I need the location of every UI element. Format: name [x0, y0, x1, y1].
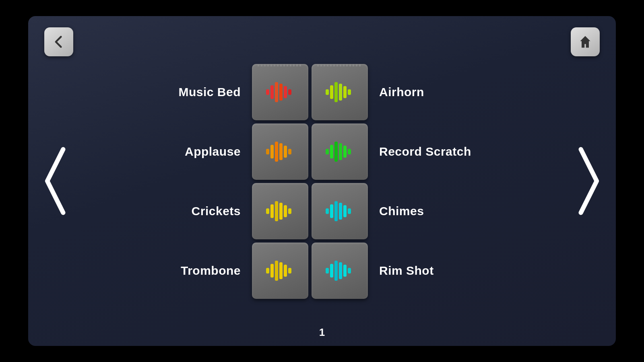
- svg-rect-2: [270, 85, 274, 99]
- svg-rect-23: [343, 146, 347, 158]
- svg-rect-48: [348, 268, 351, 274]
- svg-rect-1: [266, 89, 269, 95]
- home-button[interactable]: [571, 27, 600, 56]
- svg-rect-25: [266, 208, 269, 214]
- svg-rect-5: [284, 86, 287, 98]
- svg-rect-27: [275, 201, 278, 221]
- label-airhorn: Airhorn: [369, 85, 482, 99]
- row-2: Applause: [162, 123, 482, 180]
- svg-rect-24: [348, 149, 351, 154]
- next-button[interactable]: [572, 141, 604, 221]
- label-rim-shot: Rim Shot: [369, 264, 482, 278]
- svg-rect-46: [339, 262, 342, 279]
- svg-rect-47: [343, 265, 347, 277]
- pad-record-scratch[interactable]: [312, 123, 368, 180]
- svg-rect-38: [270, 264, 274, 278]
- pad-airhorn[interactable]: [312, 64, 368, 120]
- svg-rect-37: [266, 268, 269, 274]
- pad-trombone[interactable]: [252, 243, 308, 299]
- svg-rect-31: [326, 208, 329, 214]
- svg-rect-44: [330, 264, 333, 278]
- svg-rect-18: [288, 149, 291, 154]
- pad-applause[interactable]: [252, 123, 308, 180]
- sound-grid: Music Bed: [162, 64, 482, 302]
- svg-rect-12: [348, 89, 351, 95]
- svg-rect-3: [275, 82, 278, 102]
- svg-rect-42: [288, 268, 291, 274]
- svg-rect-10: [339, 84, 342, 101]
- row-4: Trombone: [162, 243, 482, 299]
- svg-rect-13: [266, 149, 269, 154]
- label-record-scratch: Record Scratch: [369, 145, 482, 158]
- svg-rect-4: [279, 84, 283, 101]
- svg-rect-33: [334, 201, 338, 221]
- svg-rect-28: [279, 203, 283, 220]
- svg-rect-41: [284, 265, 287, 277]
- pad-rim-shot[interactable]: [312, 243, 368, 299]
- svg-rect-39: [275, 261, 278, 281]
- svg-rect-11: [343, 86, 347, 98]
- pad-crickets[interactable]: [252, 183, 308, 239]
- label-chimes: Chimes: [369, 204, 482, 218]
- svg-rect-26: [270, 204, 274, 218]
- svg-rect-8: [330, 85, 333, 99]
- svg-rect-36: [348, 208, 351, 214]
- row-3: Crickets: [162, 183, 482, 239]
- svg-rect-20: [330, 145, 333, 158]
- svg-rect-17: [284, 146, 287, 158]
- svg-rect-19: [326, 149, 329, 154]
- svg-marker-0: [580, 36, 590, 48]
- svg-rect-9: [334, 82, 338, 102]
- svg-rect-45: [334, 261, 338, 281]
- svg-rect-16: [279, 143, 283, 160]
- svg-rect-30: [288, 208, 291, 214]
- screen: Music Bed: [28, 16, 616, 346]
- row-1: Music Bed: [162, 64, 482, 120]
- svg-rect-21: [334, 142, 338, 162]
- svg-rect-7: [326, 89, 329, 95]
- svg-rect-35: [343, 205, 347, 217]
- pad-chimes[interactable]: [312, 183, 368, 239]
- svg-rect-6: [288, 89, 291, 95]
- page-indicator: 1: [319, 326, 325, 339]
- label-trombone: Trombone: [162, 264, 250, 278]
- prev-button[interactable]: [40, 141, 72, 221]
- svg-rect-22: [339, 143, 342, 160]
- svg-rect-29: [284, 205, 287, 217]
- label-music-bed: Music Bed: [162, 85, 250, 99]
- svg-rect-43: [326, 268, 329, 274]
- label-crickets: Crickets: [162, 204, 250, 218]
- label-applause: Applause: [162, 145, 250, 158]
- back-button[interactable]: [44, 27, 73, 56]
- svg-rect-40: [279, 262, 283, 279]
- svg-rect-15: [275, 142, 278, 162]
- svg-rect-34: [339, 203, 342, 220]
- svg-rect-32: [330, 204, 333, 218]
- svg-rect-14: [270, 145, 274, 158]
- pad-music-bed[interactable]: [252, 64, 308, 120]
